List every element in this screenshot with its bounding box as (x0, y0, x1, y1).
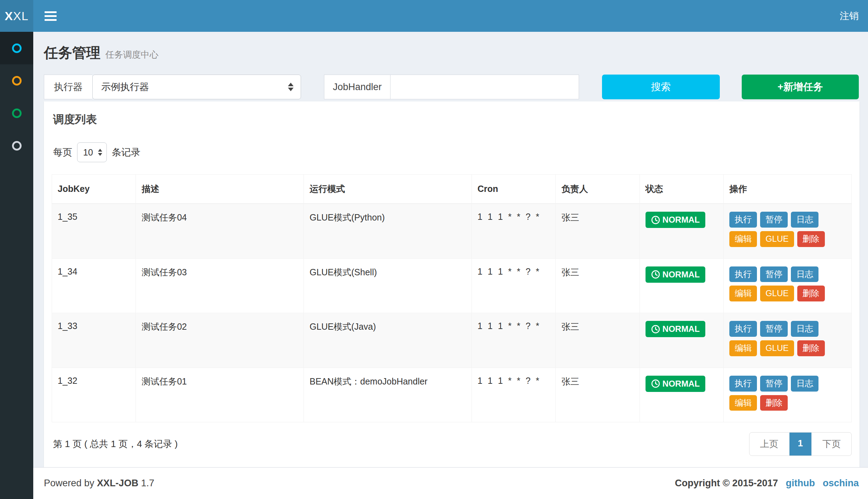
page-subtitle: 任务调度中心 (105, 49, 158, 60)
sidebar (0, 32, 33, 499)
circle-icon (12, 141, 22, 151)
executor-selected-value: 示例执行器 (101, 81, 149, 93)
status-cell: NORMAL (640, 258, 723, 313)
jobkey-cell: 1_35 (52, 204, 136, 258)
action-button-GLUE[interactable]: GLUE (760, 231, 794, 247)
top-navbar: XXL 注销 (0, 0, 868, 32)
description-cell: 测试任务04 (136, 204, 304, 258)
oschina-link[interactable]: oschina (823, 478, 859, 489)
jobkey-cell: 1_32 (52, 368, 136, 422)
cron-cell: 1 1 1 * * ? * (472, 204, 556, 258)
column-header: JobKey (52, 175, 136, 204)
action-button-日志[interactable]: 日志 (791, 266, 818, 282)
sidebar-item-2[interactable] (0, 64, 33, 97)
sidebar-item-4[interactable] (0, 129, 33, 162)
action-button-暂停[interactable]: 暂停 (760, 376, 788, 392)
status-cell: NORMAL (640, 368, 723, 422)
brand-version: 1.7 (141, 478, 155, 488)
action-button-日志[interactable]: 日志 (791, 212, 818, 228)
action-button-编辑[interactable]: 编辑 (729, 340, 757, 356)
action-button-执行[interactable]: 执行 (729, 212, 757, 228)
main-content: 任务管理 任务调度中心 执行器 示例执行器 JobHandler 搜索 +新增任… (33, 32, 868, 467)
action-button-删除[interactable]: 删除 (797, 231, 825, 247)
action-button-暂停[interactable]: 暂停 (760, 321, 788, 337)
brand-name: XXL-JOB (97, 478, 138, 488)
action-button-暂停[interactable]: 暂停 (760, 212, 788, 228)
powered-by: Powered by XXL-JOB 1.7 (44, 478, 154, 489)
job-table: JobKey描述运行模式Cron负责人状态操作 1_35测试任务04GLUE模式… (52, 174, 852, 422)
app-logo[interactable]: XXL (0, 0, 33, 32)
page-size-select[interactable]: 10 (77, 142, 107, 162)
search-button[interactable]: 搜索 (602, 75, 720, 99)
panel-title: 调度列表 (53, 112, 852, 127)
column-header: 操作 (724, 175, 852, 204)
action-button-GLUE[interactable]: GLUE (760, 286, 794, 301)
sidebar-item-3[interactable] (0, 97, 33, 129)
pagination-summary: 第 1 页 ( 总共 1 页，4 条记录 ) (53, 438, 178, 450)
jobkey-cell: 1_34 (52, 258, 136, 313)
page-size-suffix: 条记录 (112, 146, 140, 159)
table-row: 1_33测试任务02GLUE模式(Java)1 1 1 * * ? *张三NOR… (52, 313, 852, 368)
powered-prefix: Powered by (44, 478, 94, 488)
footer: Powered by XXL-JOB 1.7 Copyright © 2015-… (33, 467, 868, 499)
clock-icon (651, 270, 660, 279)
action-button-执行[interactable]: 执行 (729, 321, 757, 337)
actions-cell: 执行暂停日志编辑GLUE删除 (724, 313, 852, 368)
status-cell: NORMAL (640, 313, 723, 368)
navbar-body: 注销 (33, 0, 868, 32)
table-row: 1_35测试任务04GLUE模式(Python)1 1 1 * * ? *张三N… (52, 204, 852, 258)
table-row: 1_34测试任务03GLUE模式(Shell)1 1 1 * * ? *张三NO… (52, 258, 852, 313)
jobhandler-input[interactable] (390, 75, 579, 99)
job-table-body: 1_35测试任务04GLUE模式(Python)1 1 1 * * ? *张三N… (52, 204, 852, 422)
actions-cell: 执行暂停日志编辑删除 (724, 368, 852, 422)
table-header-row: JobKey描述运行模式Cron负责人状态操作 (52, 175, 852, 204)
action-button-编辑[interactable]: 编辑 (729, 231, 757, 247)
current-page-button[interactable]: 1 (789, 433, 811, 456)
copyright-text: Copyright © 2015-2017 (675, 478, 778, 489)
select-arrows-icon (288, 83, 294, 91)
action-button-暂停[interactable]: 暂停 (760, 266, 788, 282)
clock-icon (651, 379, 660, 388)
logo-rest: XL (13, 9, 29, 23)
status-badge: NORMAL (646, 321, 705, 337)
table-row: 1_32测试任务01BEAN模式：demoJobHandler1 1 1 * *… (52, 368, 852, 422)
status-badge: NORMAL (646, 212, 705, 228)
circle-icon (12, 76, 22, 86)
column-header: 运行模式 (304, 175, 472, 204)
actions-cell: 执行暂停日志编辑GLUE删除 (724, 258, 852, 313)
logout-link[interactable]: 注销 (840, 10, 859, 22)
run-mode-cell: GLUE模式(Java) (304, 313, 472, 368)
action-button-日志[interactable]: 日志 (791, 376, 818, 392)
select-arrows-icon (98, 149, 102, 156)
copyright-area: Copyright © 2015-2017 github oschina (675, 478, 859, 489)
run-mode-cell: GLUE模式(Shell) (304, 258, 472, 313)
pager-group: 上页 1 下页 (749, 432, 852, 456)
action-button-执行[interactable]: 执行 (729, 376, 757, 392)
action-button-GLUE[interactable]: GLUE (760, 340, 794, 356)
action-button-删除[interactable]: 删除 (797, 286, 825, 301)
add-job-button[interactable]: +新增任务 (742, 75, 859, 99)
circle-icon (12, 43, 22, 53)
circle-icon (12, 108, 22, 118)
action-button-编辑[interactable]: 编辑 (729, 395, 757, 411)
prev-page-button[interactable]: 上页 (750, 433, 789, 456)
action-button-执行[interactable]: 执行 (729, 266, 757, 282)
run-mode-cell: GLUE模式(Python) (304, 204, 472, 258)
sidebar-toggle-icon[interactable] (45, 11, 57, 21)
action-button-删除[interactable]: 删除 (760, 395, 788, 411)
action-button-编辑[interactable]: 编辑 (729, 286, 757, 301)
executor-label: 执行器 (44, 75, 92, 99)
clock-icon (651, 216, 660, 224)
owner-cell: 张三 (556, 258, 640, 313)
actions-cell: 执行暂停日志编辑GLUE删除 (724, 204, 852, 258)
github-link[interactable]: github (786, 478, 815, 489)
owner-cell: 张三 (556, 313, 640, 368)
action-button-删除[interactable]: 删除 (797, 340, 825, 356)
page-title: 任务管理 (44, 43, 100, 63)
next-page-button[interactable]: 下页 (811, 433, 851, 456)
cron-cell: 1 1 1 * * ? * (472, 258, 556, 313)
executor-select[interactable]: 示例执行器 (92, 75, 301, 99)
cron-cell: 1 1 1 * * ? * (472, 313, 556, 368)
action-button-日志[interactable]: 日志 (791, 321, 818, 337)
sidebar-item-1[interactable] (0, 32, 33, 64)
